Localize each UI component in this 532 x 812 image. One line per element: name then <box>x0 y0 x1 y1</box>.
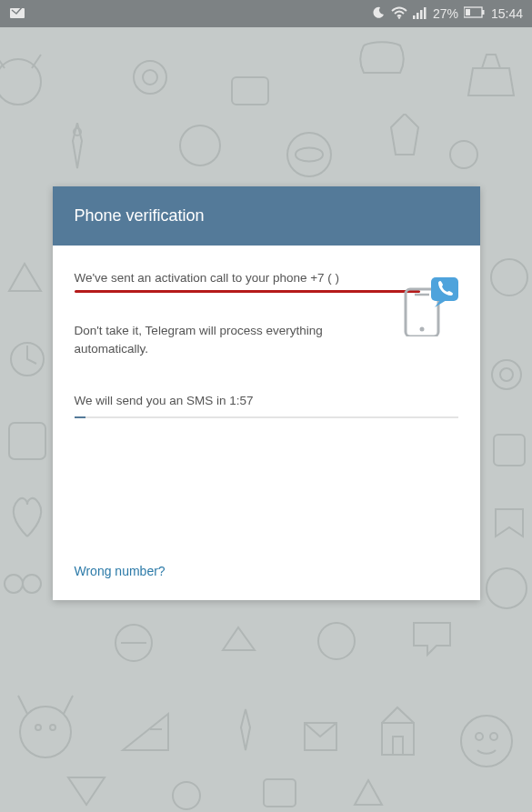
svg-rect-13 <box>494 435 525 466</box>
svg-point-30 <box>398 16 400 18</box>
status-bar: 27% 15:44 <box>0 0 532 27</box>
svg-point-21 <box>50 725 55 730</box>
wifi-icon <box>391 6 407 22</box>
svg-rect-41 <box>431 277 458 301</box>
svg-point-16 <box>487 568 527 608</box>
svg-point-6 <box>287 133 331 176</box>
progress-fill <box>75 416 86 418</box>
sms-countdown-text: We will send you an SMS in 1:57 <box>75 394 458 407</box>
svg-rect-32 <box>417 13 419 19</box>
svg-point-27 <box>173 782 200 809</box>
svg-point-8 <box>491 259 527 296</box>
svg-point-11 <box>500 368 513 381</box>
svg-point-14 <box>5 575 23 593</box>
phone-call-icon <box>396 273 460 340</box>
svg-rect-36 <box>466 9 470 15</box>
battery-percent: 27% <box>433 6 458 21</box>
svg-rect-28 <box>264 779 296 807</box>
svg-rect-33 <box>420 10 423 19</box>
svg-point-40 <box>419 327 424 332</box>
card-header: Phone verification <box>53 186 480 246</box>
svg-point-25 <box>476 733 483 740</box>
svg-point-26 <box>490 733 497 740</box>
svg-rect-31 <box>413 15 416 19</box>
countdown-progress <box>75 416 458 418</box>
svg-point-19 <box>20 707 71 757</box>
moon-icon <box>371 5 386 23</box>
svg-rect-18 <box>318 623 355 659</box>
verification-card: Phone verification We've sent an activat… <box>53 186 480 600</box>
card-title: Phone verification <box>75 206 205 225</box>
svg-point-2 <box>143 70 157 85</box>
svg-point-20 <box>35 725 41 730</box>
svg-point-1 <box>134 61 166 94</box>
svg-point-5 <box>180 125 220 165</box>
svg-point-15 <box>23 575 41 593</box>
svg-rect-37 <box>482 10 485 15</box>
svg-rect-34 <box>424 7 427 19</box>
svg-rect-22 <box>382 723 414 755</box>
svg-rect-3 <box>232 77 268 105</box>
battery-icon <box>464 6 486 21</box>
svg-point-7 <box>450 141 477 168</box>
instruction-text: Don't take it, Telegram will process eve… <box>75 322 356 357</box>
svg-rect-12 <box>9 423 45 459</box>
svg-rect-23 <box>393 737 403 755</box>
notification-icon <box>9 7 25 22</box>
svg-point-10 <box>492 360 521 389</box>
wrong-number-link[interactable]: Wrong number? <box>75 564 166 578</box>
emphasis-underline <box>75 290 420 293</box>
clock-time: 15:44 <box>491 6 523 21</box>
signal-icon <box>413 6 427 22</box>
svg-point-0 <box>0 59 41 105</box>
card-body: We've sent an activation call to your ph… <box>53 246 480 600</box>
svg-point-24 <box>461 716 512 767</box>
